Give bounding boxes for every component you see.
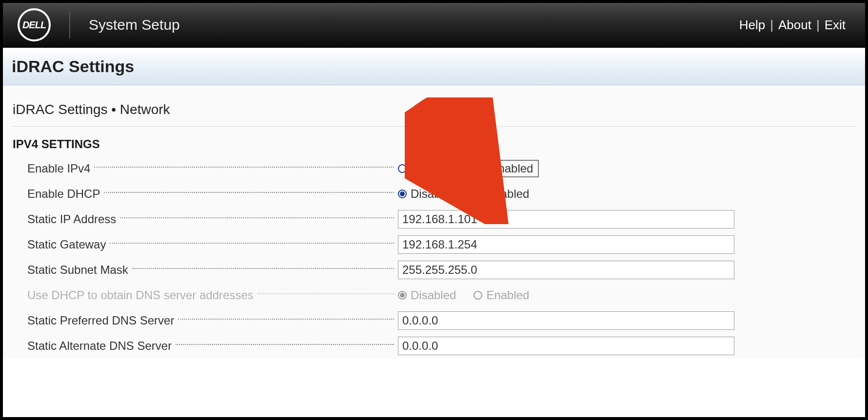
alternate-dns-input[interactable] — [398, 337, 734, 355]
radio-icon — [398, 190, 407, 198]
radio-enable-ipv4-disabled[interactable]: Disabled — [398, 162, 456, 175]
dotted-leader — [94, 167, 394, 168]
radio-label: Disabled — [411, 187, 456, 201]
row-static-gateway: Static Gateway — [27, 232, 856, 257]
top-header: DELL System Setup Help | About | Exit — [3, 3, 865, 48]
value-dhcp-dns: Disabled Enabled — [398, 288, 856, 302]
value-preferred-dns — [398, 311, 856, 330]
radio-label: Enabled — [486, 187, 529, 201]
dotted-leader — [176, 344, 394, 345]
radio-icon — [473, 190, 482, 198]
about-link[interactable]: About — [778, 18, 811, 33]
radio-label: Disabled — [411, 288, 456, 302]
label-static-subnet: Static Subnet Mask — [27, 263, 398, 277]
help-link[interactable]: Help — [739, 18, 765, 33]
label-static-ip: Static IP Address — [27, 212, 398, 226]
content-area: iDRAC Settings • Network IPV4 SETTINGS E… — [3, 85, 865, 359]
exit-link[interactable]: Exit — [825, 18, 846, 33]
separator: | — [816, 18, 820, 33]
radio-dhcp-dns-enabled: Enabled — [473, 288, 529, 302]
label-text: Enable IPv4 — [27, 162, 90, 175]
header-links: Help | About | Exit — [739, 18, 846, 33]
dotted-leader — [178, 319, 394, 320]
label-text: Static Alternate DNS Server — [27, 339, 172, 353]
preferred-dns-input[interactable] — [398, 311, 734, 330]
static-gateway-input[interactable] — [398, 235, 734, 254]
app-title: System Setup — [89, 17, 180, 33]
label-text: Static Preferred DNS Server — [27, 314, 174, 327]
label-text: Use DHCP to obtain DNS server addresses — [27, 288, 254, 302]
header-left: DELL System Setup — [18, 8, 180, 41]
label-enable-ipv4: Enable IPv4 — [27, 162, 398, 175]
breadcrumb: iDRAC Settings • Network — [12, 96, 856, 127]
label-text: Static IP Address — [27, 212, 116, 226]
radio-label: Enabled — [486, 288, 529, 302]
page-title-bar: iDRAC Settings — [3, 48, 865, 85]
settings-rows: Enable IPv4 Disabled Enabled Enabl — [12, 156, 856, 359]
static-ip-input[interactable] — [398, 210, 734, 229]
value-enable-ipv4: Disabled Enabled — [398, 160, 856, 177]
radio-icon — [398, 164, 407, 173]
value-static-gateway — [398, 235, 856, 254]
label-text: Enable DHCP — [27, 187, 100, 201]
row-static-subnet: Static Subnet Mask — [27, 257, 856, 283]
radio-enable-ipv4-enabled[interactable]: Enabled — [473, 160, 539, 177]
row-enable-dhcp: Enable DHCP Disabled Enabled — [27, 181, 856, 207]
dotted-leader — [132, 268, 394, 269]
separator: | — [770, 18, 773, 33]
static-subnet-input[interactable] — [398, 261, 734, 279]
dotted-leader — [257, 293, 394, 294]
row-static-ip: Static IP Address — [27, 207, 856, 232]
radio-enable-dhcp-enabled[interactable]: Enabled — [473, 187, 529, 201]
section-title-ipv4: IPV4 SETTINGS — [12, 127, 856, 156]
dotted-leader — [110, 243, 394, 244]
radio-icon — [473, 291, 482, 300]
row-alternate-dns: Static Alternate DNS Server — [27, 333, 856, 359]
value-static-subnet — [398, 261, 856, 279]
row-preferred-dns: Static Preferred DNS Server — [27, 308, 856, 333]
page-title: iDRAC Settings — [12, 57, 856, 76]
header-divider — [69, 11, 70, 38]
dotted-leader — [104, 192, 394, 193]
value-static-ip — [398, 210, 856, 229]
label-text: Static Gateway — [27, 238, 106, 251]
radio-dhcp-dns-disabled: Disabled — [398, 288, 456, 302]
label-static-gateway: Static Gateway — [27, 238, 398, 251]
label-text: Static Subnet Mask — [27, 263, 128, 277]
radio-enable-dhcp-disabled[interactable]: Disabled — [398, 187, 456, 201]
dotted-leader — [120, 217, 394, 218]
radio-label: Disabled — [411, 162, 456, 175]
label-enable-dhcp: Enable DHCP — [27, 187, 398, 201]
dell-logo-icon: DELL — [18, 8, 51, 41]
label-dhcp-dns: Use DHCP to obtain DNS server addresses — [27, 288, 398, 302]
radio-label: Enabled — [490, 162, 533, 175]
label-preferred-dns: Static Preferred DNS Server — [27, 314, 398, 327]
value-alternate-dns — [398, 337, 856, 355]
value-enable-dhcp: Disabled Enabled — [398, 187, 856, 201]
row-dhcp-dns: Use DHCP to obtain DNS server addresses … — [27, 283, 856, 308]
radio-icon — [477, 164, 486, 173]
label-alternate-dns: Static Alternate DNS Server — [27, 339, 398, 353]
row-enable-ipv4: Enable IPv4 Disabled Enabled — [27, 156, 856, 181]
radio-icon — [398, 291, 407, 300]
